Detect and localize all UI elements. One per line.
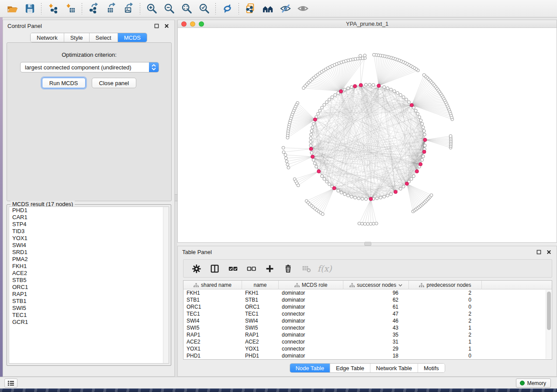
ring-node[interactable] [350, 195, 353, 198]
ring-node[interactable] [309, 144, 312, 147]
network-window-titlebar[interactable]: YPA_prune.txt_1 [178, 20, 557, 28]
satellite-node[interactable] [321, 213, 324, 216]
ring-node[interactable] [361, 197, 364, 200]
ring-node[interactable] [390, 193, 393, 196]
ring-node[interactable] [315, 165, 318, 168]
mcds-result-item[interactable]: GCR1 [9, 319, 169, 326]
zoom-in-button[interactable] [143, 2, 160, 16]
mcds-result-item[interactable]: TID3 [9, 228, 169, 235]
ring-node[interactable] [357, 197, 360, 200]
ring-node[interactable] [372, 83, 375, 86]
import-table-button[interactable] [62, 2, 79, 16]
zoom-fit-button[interactable] [178, 2, 195, 16]
ring-node[interactable] [309, 137, 312, 140]
ring-node[interactable] [399, 93, 402, 96]
ring-node[interactable] [399, 187, 402, 190]
mcds-list-scrollbar[interactable] [163, 207, 169, 363]
ring-node[interactable] [325, 180, 329, 183]
mcds-node[interactable] [422, 150, 426, 154]
mcds-result-item[interactable]: YOX1 [9, 235, 169, 242]
select-all-button[interactable] [227, 263, 239, 274]
ring-node[interactable] [402, 185, 405, 188]
ring-node[interactable] [396, 92, 399, 95]
tab-network[interactable]: Network [31, 33, 64, 42]
close-panel-icon[interactable] [163, 22, 170, 29]
table-row[interactable]: PHD1PHD1dominator180 [183, 352, 552, 359]
ring-node[interactable] [421, 158, 424, 162]
mcds-result-item[interactable]: PMA2 [9, 256, 169, 263]
table-mode-gear-button[interactable] [190, 263, 202, 274]
mcds-result-item[interactable]: ORC1 [9, 284, 169, 291]
ring-node[interactable] [346, 194, 349, 197]
column-header-MCDS-role[interactable]: MCDS role [279, 281, 343, 289]
ring-node[interactable] [379, 196, 382, 199]
mcds-node[interactable] [353, 84, 357, 88]
mcds-result-item[interactable]: TEC1 [9, 312, 169, 319]
ring-node[interactable] [321, 106, 324, 109]
splitter-grip[interactable] [364, 242, 371, 246]
tab-motifs[interactable]: Motifs [418, 364, 445, 372]
export-network-button[interactable] [85, 2, 102, 16]
mcds-node[interactable] [339, 89, 343, 93]
apply-layout-button[interactable] [218, 2, 236, 16]
ring-node[interactable] [323, 103, 326, 107]
ring-node[interactable] [422, 155, 425, 158]
satellite-node[interactable] [367, 223, 370, 226]
mcds-result-item[interactable]: SWI4 [9, 242, 169, 249]
memory-button[interactable]: Memory [516, 378, 551, 388]
table-row[interactable]: RAP1RAP1dominator352 [183, 331, 552, 338]
ring-node[interactable] [418, 116, 421, 119]
ring-node[interactable] [421, 122, 424, 125]
table-row[interactable]: FKH1FKH1dominator962 [183, 289, 552, 296]
mcds-node[interactable] [423, 138, 427, 141]
ring-node[interactable] [337, 189, 340, 193]
close-panel-icon[interactable] [545, 248, 552, 255]
mcds-node[interactable] [359, 83, 363, 87]
ring-node[interactable] [364, 83, 367, 86]
satellite-node[interactable] [284, 157, 287, 160]
ring-node[interactable] [310, 151, 313, 155]
mcds-result-item[interactable]: STP4 [9, 221, 169, 228]
satellite-node[interactable] [375, 222, 378, 225]
optimization-dropdown[interactable]: largest connected component (undirected) [20, 62, 159, 72]
tab-node-table[interactable]: Node Table [290, 364, 330, 372]
ring-node[interactable] [331, 96, 334, 99]
mcds-result-item[interactable]: PHD1 [9, 207, 169, 214]
mcds-node[interactable] [311, 155, 315, 158]
column-header-shared-name[interactable]: shared name [183, 281, 242, 289]
ring-node[interactable] [312, 158, 315, 162]
hide-selected-button[interactable] [277, 2, 294, 16]
satellite-node[interactable] [369, 223, 372, 226]
table-scrollbar[interactable] [546, 290, 551, 359]
table-row[interactable]: YOX1YOX1connector291 [183, 345, 552, 352]
satellite-node[interactable] [430, 194, 433, 197]
ring-node[interactable] [309, 141, 312, 144]
network-graph-canvas[interactable] [178, 28, 557, 242]
close-panel-button[interactable]: Close panel [92, 78, 137, 88]
satellite-node[interactable] [449, 134, 452, 138]
delete-columns-button[interactable] [282, 263, 294, 274]
ring-node[interactable] [414, 109, 417, 112]
tab-edge-table[interactable]: Edge Table [330, 364, 370, 372]
ring-node[interactable] [325, 101, 329, 104]
ring-node[interactable] [405, 98, 408, 101]
mcds-node[interactable] [394, 190, 398, 194]
satellite-node[interactable] [363, 223, 367, 226]
ring-node[interactable] [386, 194, 389, 197]
mcds-node[interactable] [405, 182, 408, 186]
mcds-node[interactable] [317, 170, 321, 173]
ring-node[interactable] [402, 96, 405, 99]
table-row[interactable]: ACE2ACE2connector311 [183, 338, 552, 345]
export-table-button[interactable] [102, 2, 120, 16]
mcds-node[interactable] [369, 197, 373, 201]
mcds-result-item[interactable]: SRD1 [9, 249, 169, 256]
satellite-node[interactable] [302, 86, 305, 89]
add-column-button[interactable] [264, 263, 275, 274]
ring-node[interactable] [368, 83, 371, 86]
satellite-node[interactable] [373, 53, 376, 56]
node-table[interactable]: shared namename MCDS role successor node… [183, 280, 552, 360]
satellite-node[interactable] [282, 146, 285, 149]
tab-select[interactable]: Select [90, 33, 118, 42]
float-panel-icon[interactable] [153, 22, 160, 29]
mcds-result-item[interactable]: ACE2 [9, 270, 169, 277]
